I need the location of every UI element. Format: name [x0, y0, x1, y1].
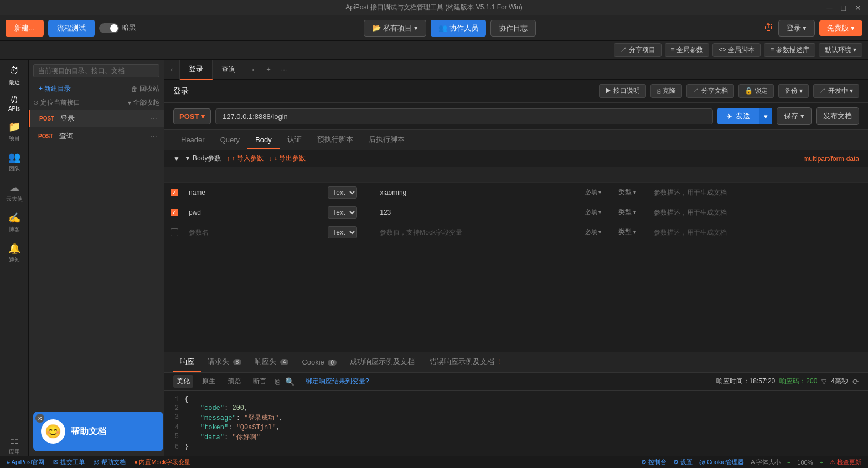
param-value-pwd[interactable] — [375, 206, 583, 219]
sidebar-item-project[interactable]: 📁 项目 — [8, 121, 20, 142]
cookie-manager-link[interactable]: @ Cookie管理器 — [699, 458, 744, 466]
assert-button[interactable]: 断言 — [250, 375, 270, 388]
import-params-button[interactable]: ↑ ↑ 导入参数 — [226, 154, 263, 163]
value-input-empty[interactable] — [380, 228, 578, 236]
collab-button[interactable]: 👥 协作人员 — [431, 20, 486, 37]
sidebar-item-notify[interactable]: 🔔 通知 — [8, 242, 20, 264]
tab-login[interactable]: 登录 — [180, 60, 213, 80]
tab-header[interactable]: Header — [173, 131, 213, 149]
param-type-empty[interactable]: Text — [326, 224, 375, 241]
dev-button[interactable]: ↗ 开发中 ▾ — [813, 84, 859, 98]
type-select-pwd[interactable]: Text — [328, 206, 357, 219]
free-button[interactable]: 免费版 ▾ — [819, 20, 862, 36]
sidebar-item-team[interactable]: 👥 团队 — [8, 151, 20, 173]
website-link[interactable]: # ApiPost官网 — [7, 458, 44, 466]
param-name-field[interactable] — [184, 186, 326, 199]
beautify-button[interactable]: 美化 — [173, 375, 193, 388]
sidebar-item-apps[interactable]: ⚏ 应用 — [9, 434, 20, 456]
param-value-empty[interactable] — [375, 226, 583, 238]
dark-mode-toggle[interactable]: 暗黑 — [99, 23, 136, 33]
help-close-button[interactable]: ✕ — [35, 414, 44, 423]
search-icon[interactable]: 🔍 — [285, 377, 294, 386]
clone-button[interactable]: ⎘ 克隆 — [650, 84, 682, 98]
nav-dots-login[interactable]: ··· — [150, 113, 157, 123]
console-link[interactable]: ⚙ 控制台 — [641, 458, 666, 466]
resp-tab-success-example[interactable]: 成功响应示例及文档 — [343, 352, 423, 372]
settings-link[interactable]: ⚙ 设置 — [673, 458, 693, 466]
help-link[interactable]: @ 帮助文档 — [94, 458, 126, 466]
name-input[interactable] — [189, 189, 321, 196]
collab-log-button[interactable]: 协作日志 — [490, 20, 536, 37]
name-input-pwd[interactable] — [189, 209, 321, 216]
locate-button[interactable]: ⊙ 定位当前接口 — [33, 98, 80, 107]
send-dropdown-button[interactable]: ▾ — [759, 108, 772, 124]
tab-post-script[interactable]: 后执行脚本 — [361, 130, 412, 150]
global-param-button[interactable]: ≡ 全局参数 — [665, 43, 709, 57]
param-value-name[interactable] — [375, 186, 583, 199]
send-button[interactable]: ✈ 发送 — [717, 108, 759, 124]
nav-item-login[interactable]: POST 登录 ··· — [29, 110, 164, 127]
doc-button[interactable]: ▶ 接口说明 — [599, 84, 646, 98]
tab-body[interactable]: Body — [247, 131, 280, 149]
param-name-empty[interactable] — [184, 226, 326, 238]
value-input-name[interactable] — [380, 189, 578, 196]
desc-input-name[interactable] — [654, 189, 852, 196]
recycle-button[interactable]: 🗑 回收站 — [131, 84, 159, 93]
new-button[interactable]: 新建... — [6, 20, 44, 37]
mock-link[interactable]: ♦ 内置Mock字段变量 — [135, 458, 190, 466]
tabs-prev-button[interactable]: ‹ — [164, 60, 180, 80]
refresh-icon[interactable]: ⟳ — [852, 377, 859, 386]
backup-button[interactable]: 备份 ▾ — [778, 84, 809, 98]
raw-button[interactable]: 原生 — [199, 375, 219, 388]
nav-item-query[interactable]: POST 查询 ··· — [29, 127, 164, 145]
preview-button[interactable]: 预览 — [224, 375, 244, 388]
tab-query[interactable]: Query — [213, 131, 247, 149]
new-dir-button[interactable]: + + 新建目录 — [33, 84, 71, 93]
resp-tab-error-example[interactable]: 错误响应示例及文档 ! — [423, 352, 508, 372]
sidebar-item-blog[interactable]: ✍ 博客 — [8, 212, 20, 233]
name-input-empty[interactable] — [189, 228, 321, 236]
private-project-button[interactable]: 📂 私有项目 ▾ — [364, 20, 426, 37]
param-type-name[interactable]: Text — [326, 184, 375, 201]
resp-tab-reqheader[interactable]: 请求头 8 — [201, 352, 248, 372]
resp-tab-respheader[interactable]: 响应头 4 — [248, 352, 295, 372]
save-button[interactable]: 保存 ▾ — [777, 107, 812, 125]
desc-input-empty[interactable] — [654, 228, 852, 236]
checkbox-pwd[interactable]: ✓ — [170, 209, 178, 216]
export-params-button[interactable]: ↓ ↓ 导出参数 — [269, 154, 306, 163]
bind-button[interactable]: 绑定响应结果到变量? — [306, 377, 369, 386]
login-button[interactable]: 登录 ▾ — [778, 20, 815, 37]
method-select[interactable]: POST ▾ — [173, 108, 211, 124]
sidebar-item-apis[interactable]: ⟨/⟩ APIs — [8, 95, 20, 112]
global-script-button[interactable]: <> 全局脚本 — [712, 43, 761, 57]
env-button[interactable]: 默认环境 ▾ — [819, 43, 862, 57]
minimize-button[interactable]: ─ — [825, 3, 835, 12]
tabs-more-button[interactable]: ··· — [276, 60, 292, 80]
param-check-empty[interactable] — [164, 228, 184, 236]
share-project-button[interactable]: ↗ 分享项目 — [614, 43, 661, 57]
tab-pre-script[interactable]: 预执行脚本 — [309, 130, 361, 150]
type-select-name[interactable]: Text — [328, 186, 357, 199]
param-db-button[interactable]: ≡ 参数描述库 — [764, 43, 815, 57]
tabs-add-button[interactable]: + — [261, 60, 276, 80]
update-link[interactable]: ⚠ 检查更新 — [830, 458, 861, 466]
publish-button[interactable]: 发布文档 — [816, 107, 859, 125]
type-select-empty[interactable]: Text — [328, 226, 357, 238]
maximize-button[interactable]: □ — [839, 3, 848, 12]
desc-input-pwd[interactable] — [654, 209, 852, 216]
sidebar-item-cloud[interactable]: ☁ 云大使 — [6, 181, 23, 203]
param-name-pwd[interactable] — [184, 206, 326, 219]
checkbox-name[interactable]: ✓ — [170, 189, 178, 196]
close-button[interactable]: ✕ — [852, 3, 864, 12]
value-input-pwd[interactable] — [380, 209, 578, 216]
feedback-link[interactable]: ✉ 提交工单 — [53, 458, 84, 466]
zoom-minus[interactable]: − — [787, 459, 790, 466]
nav-dots-query[interactable]: ··· — [150, 131, 157, 141]
resp-tab-response[interactable]: 响应 — [173, 352, 201, 372]
checkbox-empty[interactable] — [170, 228, 178, 236]
param-type-pwd[interactable]: Text — [326, 204, 375, 221]
zoom-plus[interactable]: + — [820, 459, 823, 466]
share-doc-button[interactable]: ↗ 分享文档 — [686, 84, 733, 98]
flow-button[interactable]: 流程测试 — [48, 20, 95, 37]
sidebar-item-recent[interactable]: ⏱ 最近 — [9, 65, 20, 86]
